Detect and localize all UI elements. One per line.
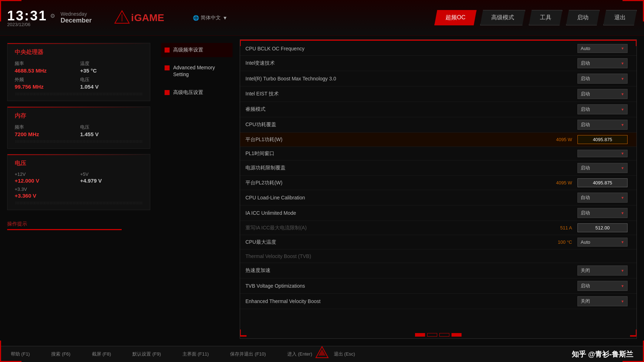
setting-row[interactable]: Intel(R) Turbo Boost Max Technology 3.0 … [240,71,636,86]
deco-block-3 [439,333,449,337]
setting-row[interactable]: PL1时间窗口 ▼ [240,147,636,160]
nav-start-button[interactable]: 启动 [566,10,600,25]
dropdown-control[interactable]: Auto ▼ [577,44,628,53]
v33-value: +3.360 V [15,193,77,199]
cpu-temp-label: 温度 [80,60,143,67]
dropdown-control[interactable]: Auto ▼ [577,238,628,247]
setting-control[interactable]: 启动 ▼ [577,163,631,173]
nav-oc-button[interactable]: 超频OC [434,10,477,25]
deco-block-4 [452,333,462,337]
setting-control[interactable]: 4095.875 [577,135,631,144]
setting-control[interactable]: 4095.875 [577,178,631,187]
mem-freq-label: 频率 [15,124,77,130]
setting-row[interactable]: 重写IA ICC最大电流限制(A) 511 A 512.00 [240,221,636,235]
menu-item-freq[interactable]: 高级频率设置 [161,43,233,57]
dropdown-control[interactable]: 自动 ▼ [577,193,628,203]
setting-row[interactable]: 平台PL1功耗(W) 4095 W 4095.875 [240,133,636,147]
dropdown-control[interactable]: 启动 ▼ [577,163,628,173]
setting-row[interactable]: Intel变速技术 启动 ▼ [240,56,636,71]
setting-row[interactable]: 电源功耗限制覆盖 启动 ▼ [240,160,636,176]
dropdown-control[interactable]: ▼ [577,150,628,157]
header: 13:31 ⚙ 2023/12/06 Wednesday December i … [0,0,644,36]
setting-row[interactable]: TVB Voltage Optimizations 启动 ▼ [240,278,636,294]
setting-row[interactable]: Intel EIST 技术 启动 ▼ [240,86,636,102]
dropdown-control[interactable]: 关闭 ▼ [577,266,628,276]
value-input[interactable]: 512.00 [577,223,628,232]
setting-control[interactable]: 启动 ▼ [577,74,631,84]
footer-item[interactable]: 进入 (Enter) [287,351,312,357]
footer-item[interactable]: 主界面 (F11) [182,351,209,357]
setting-row[interactable]: CPU功耗覆盖 启动 ▼ [240,117,636,133]
setting-row[interactable]: CPU Load-Line Calibration 自动 ▼ [240,190,636,205]
menu-item-voltage[interactable]: 高级电压设置 [161,85,233,100]
setting-control[interactable]: 自动 ▼ [577,193,631,203]
cpu-volt-label: 电压 [80,76,143,83]
dropdown-control[interactable]: 启动 ▼ [577,74,628,84]
svg-marker-3 [318,349,326,356]
deco-block-2 [427,333,437,337]
setting-name: CPU Load-Line Calibration [245,195,543,200]
setting-name: CPU功耗覆盖 [245,122,543,128]
setting-control[interactable]: 启动 ▼ [577,58,631,68]
value-input[interactable]: 4095.875 [577,135,628,144]
date-display: 2023/12/06 [7,22,30,27]
dropdown-control[interactable]: 关闭 ▼ [577,296,628,306]
menu-label-voltage: 高级电压设置 [173,89,203,96]
dropdown-control[interactable]: 启动 ▼ [577,120,628,130]
language-selector[interactable]: 🌐 简体中文 ▼ [193,15,228,21]
setting-control[interactable]: 启动 ▼ [577,208,631,218]
value-input[interactable]: 4095.875 [577,178,628,187]
setting-row[interactable]: CPU BCLK OC Frequency Auto ▼ [240,41,636,56]
setting-row[interactable]: CPU最大温度 100 °C Auto ▼ [240,235,636,249]
setting-control[interactable]: 启动 ▼ [577,104,631,114]
setting-row[interactable]: 平台PL2功耗(W) 4095 W 4095.875 [240,176,636,190]
setting-row[interactable]: Thermal Velocity Boost (TVB) [240,249,636,263]
nav-advanced-button[interactable]: 高级模式 [480,10,525,25]
setting-row[interactable]: IA ICC Unlimited Mode 启动 ▼ [240,205,636,221]
setting-name: TVB Voltage Optimizations [245,283,543,289]
menu-item-memory[interactable]: Advanced Memory Setting [161,61,233,82]
footer: 帮助 (F1)搜索 (F6)截屏 (F8)默认设置 (F9)主界面 (F11)保… [0,346,644,362]
globe-icon: 🌐 [193,15,199,21]
footer-item[interactable]: 截屏 (F8) [92,351,111,357]
setting-row[interactable]: Enhanced Thermal Velocity Boost 关闭 ▼ [240,294,636,309]
footer-item[interactable]: 退出 (Esc) [334,351,355,357]
setting-name: Intel EIST 技术 [245,91,543,97]
dropdown-control[interactable]: 启动 ▼ [577,281,628,291]
setting-name: Enhanced Thermal Velocity Boost [245,298,543,304]
footer-item[interactable]: 默认设置 (F9) [132,351,161,357]
setting-name: 平台PL2功耗(W) [245,180,543,186]
bottom-deco [415,333,462,338]
nav-tools-button[interactable]: 工具 [529,10,562,25]
setting-control[interactable]: Auto ▼ [577,44,631,53]
footer-item[interactable]: 搜索 (F6) [51,351,70,357]
dropdown-control[interactable]: 启动 ▼ [577,208,628,218]
setting-name: CPU BCLK OC Frequency [245,46,543,51]
ops-hint-label: 操作提示 [7,221,150,227]
cpu-card-title: 中央处理器 [15,49,143,56]
setting-control[interactable]: 512.00 [577,223,631,232]
dropdown-control[interactable]: 启动 ▼ [577,104,628,114]
brand-game: GAME [134,12,164,24]
dropdown-control[interactable]: 启动 ▼ [577,89,628,99]
settings-table[interactable]: CPU BCLK OC Frequency Auto ▼ Intel变速技术 启… [240,40,636,338]
setting-control[interactable]: 关闭 ▼ [577,296,631,306]
setting-control[interactable]: ▼ [577,150,631,157]
setting-control[interactable]: 启动 ▼ [577,281,631,291]
v12-label: +12V [15,172,77,177]
triangle-logo-icon [315,346,329,360]
footer-item[interactable]: 保存并退出 (F10) [230,351,266,357]
menu-dot-voltage [165,90,170,95]
setting-row[interactable]: 睿频模式 启动 ▼ [240,102,636,117]
brand-logo-icon [113,9,131,27]
setting-control[interactable]: Auto ▼ [577,238,631,247]
v5-value: +4.979 V [80,178,143,184]
setting-control[interactable]: 关闭 ▼ [577,266,631,276]
dropdown-control[interactable]: 启动 ▼ [577,58,628,68]
setting-row[interactable]: 热速度加速 关闭 ▼ [240,263,636,278]
setting-current-value: 100 °C [543,239,572,245]
cpu-volt-value: 1.054 V [80,84,143,90]
setting-control[interactable]: 启动 ▼ [577,120,631,130]
cpu-bclk-value: 99.756 MHz [15,84,77,90]
setting-control[interactable]: 启动 ▼ [577,89,631,99]
